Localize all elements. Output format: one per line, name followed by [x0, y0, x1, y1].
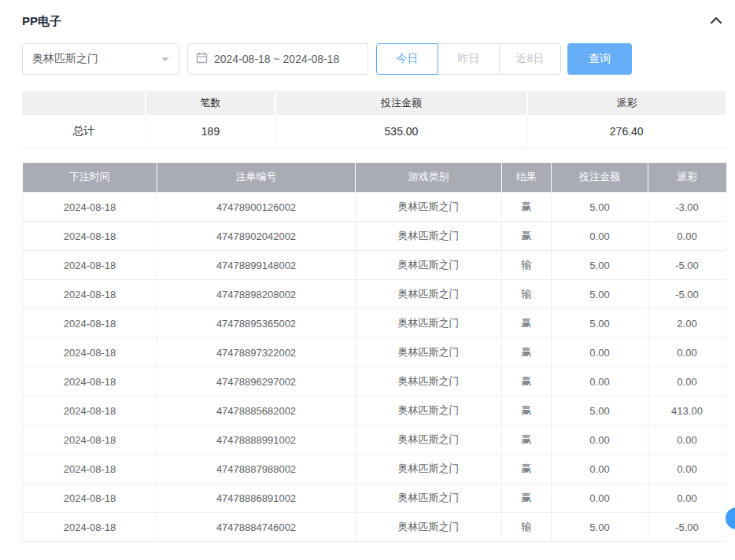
summary-total-row: 总计 189 535.00 276.40 — [22, 115, 726, 148]
summary-table: 笔数 投注金额 派彩 总计 189 535.00 276.40 — [22, 91, 726, 149]
cell-bet-time: 2024-08-18 — [23, 396, 157, 426]
col-order-no: 注单编号 — [157, 163, 356, 193]
date-range-picker[interactable]: 2024-08-18 ~ 2024-08-18 — [187, 43, 368, 75]
cell-order-no: 47478884746002 — [157, 513, 356, 542]
cell-game-type: 奥林匹斯之门 — [356, 396, 502, 426]
quick-filter-last8days[interactable]: 近8日 — [499, 43, 561, 75]
date-range-value: 2024-08-18 ~ 2024-08-18 — [214, 53, 339, 65]
table-row: 2024-08-18 47478896297002 奥林匹斯之门 赢 0.00 … — [23, 367, 726, 396]
cell-game-type: 奥林匹斯之门 — [356, 484, 502, 513]
cell-payout: 0.00 — [648, 222, 726, 251]
cell-payout: -3.00 — [648, 193, 726, 222]
page-title: PP电子 — [22, 14, 61, 29]
quick-filter-group: 今日 昨日 近8日 — [376, 43, 561, 75]
table-row: 2024-08-18 47478902042002 奥林匹斯之门 赢 0.00 … — [23, 222, 726, 251]
cell-payout: 0.00 — [648, 338, 726, 367]
col-game-type: 游戏类别 — [356, 163, 502, 193]
summary-total-count: 189 — [146, 115, 275, 148]
table-row: 2024-08-18 47478888991002 奥林匹斯之门 赢 0.00 … — [23, 426, 726, 455]
cell-order-no: 47478896297002 — [157, 367, 356, 396]
cell-bet-time: 2024-08-18 — [23, 222, 157, 251]
summary-header-count: 笔数 — [146, 91, 275, 115]
panel: PP电子 奥林匹斯之门 2024-08-18 ~ 2024-08-18 今日 昨… — [0, 0, 735, 542]
cell-bet-time: 2024-08-18 — [23, 455, 157, 484]
table-row: 2024-08-18 47478885682002 奥林匹斯之门 赢 5.00 … — [23, 396, 726, 426]
cell-payout: 2.00 — [648, 309, 726, 338]
cell-result: 赢 — [502, 193, 552, 222]
game-select[interactable]: 奥林匹斯之门 — [22, 43, 179, 75]
summary-header-bet-amount: 投注金额 — [275, 91, 527, 115]
cell-result: 赢 — [502, 367, 552, 396]
table-row: 2024-08-18 47478886891002 奥林匹斯之门 赢 0.00 … — [23, 484, 726, 513]
table-row: 2024-08-18 47478884746002 奥林匹斯之门 输 5.00 … — [23, 513, 726, 542]
cell-bet-amount: 0.00 — [552, 338, 648, 367]
cell-bet-amount: 0.00 — [552, 455, 648, 484]
cell-bet-time: 2024-08-18 — [23, 367, 157, 396]
cell-result: 赢 — [502, 484, 552, 513]
table-row: 2024-08-18 47478895365002 奥林匹斯之门 赢 5.00 … — [23, 309, 726, 338]
cell-bet-amount: 5.00 — [552, 513, 648, 542]
cell-order-no: 47478885682002 — [157, 396, 356, 426]
table-row: 2024-08-18 47478898208002 奥林匹斯之门 输 5.00 … — [23, 280, 726, 309]
cell-payout: 0.00 — [648, 484, 726, 513]
filter-bar: 奥林匹斯之门 2024-08-18 ~ 2024-08-18 今日 昨日 近8日… — [22, 43, 726, 75]
collapse-button[interactable] — [707, 12, 726, 31]
cell-bet-amount: 5.00 — [552, 280, 648, 309]
cell-payout: 0.00 — [648, 455, 726, 484]
table-row: 2024-08-18 47478897322002 奥林匹斯之门 赢 0.00 … — [23, 338, 726, 367]
cell-order-no: 47478895365002 — [157, 309, 356, 338]
cell-bet-time: 2024-08-18 — [23, 193, 157, 222]
cell-result: 输 — [502, 513, 552, 542]
game-select-value: 奥林匹斯之门 — [32, 52, 98, 66]
cell-bet-time: 2024-08-18 — [23, 309, 157, 338]
cell-bet-time: 2024-08-18 — [23, 484, 157, 513]
cell-result: 输 — [502, 251, 552, 280]
cell-payout: -5.00 — [648, 251, 726, 280]
cell-order-no: 47478887988002 — [157, 455, 356, 484]
cell-bet-amount: 0.00 — [552, 367, 648, 396]
chevron-up-icon — [710, 14, 722, 28]
cell-payout: -5.00 — [648, 280, 726, 309]
panel-header: PP电子 — [22, 11, 726, 31]
cell-game-type: 奥林匹斯之门 — [356, 280, 502, 309]
cell-bet-time: 2024-08-18 — [23, 513, 157, 542]
summary-total-label: 总计 — [22, 115, 146, 148]
summary-total-bet-amount: 535.00 — [275, 115, 527, 148]
cell-game-type: 奥林匹斯之门 — [356, 222, 502, 251]
summary-header-row: 笔数 投注金额 派彩 — [22, 91, 726, 115]
cell-game-type: 奥林匹斯之门 — [356, 251, 502, 280]
summary-total-payout: 276.40 — [527, 115, 726, 148]
cell-bet-time: 2024-08-18 — [23, 280, 157, 309]
cell-order-no: 47478900126002 — [157, 193, 356, 222]
cell-bet-time: 2024-08-18 — [23, 251, 157, 280]
table-row: 2024-08-18 47478899148002 奥林匹斯之门 输 5.00 … — [23, 251, 726, 280]
bet-table: 下注时间 注单编号 游戏类别 结果 投注金额 派彩 2024-08-18 474… — [22, 163, 726, 543]
cell-order-no: 47478899148002 — [157, 251, 356, 280]
cell-game-type: 奥林匹斯之门 — [356, 513, 502, 542]
cell-result: 赢 — [502, 426, 552, 455]
bet-table-header-row: 下注时间 注单编号 游戏类别 结果 投注金额 派彩 — [23, 163, 726, 193]
cell-bet-amount: 5.00 — [552, 193, 648, 222]
cell-game-type: 奥林匹斯之门 — [356, 426, 502, 455]
bet-table-body: 2024-08-18 47478900126002 奥林匹斯之门 赢 5.00 … — [23, 193, 726, 542]
cell-game-type: 奥林匹斯之门 — [356, 309, 502, 338]
cell-bet-amount: 5.00 — [552, 251, 648, 280]
cell-order-no: 47478898208002 — [157, 280, 356, 309]
quick-filter-today[interactable]: 今日 — [376, 43, 438, 75]
quick-filter-yesterday[interactable]: 昨日 — [438, 43, 500, 75]
cell-order-no: 47478888991002 — [157, 426, 356, 455]
table-row: 2024-08-18 47478887988002 奥林匹斯之门 赢 0.00 … — [23, 455, 726, 484]
cell-game-type: 奥林匹斯之门 — [356, 338, 502, 367]
cell-bet-time: 2024-08-18 — [23, 338, 157, 367]
cell-payout: 0.00 — [648, 367, 726, 396]
query-button[interactable]: 查询 — [567, 43, 632, 75]
summary-header-payout: 派彩 — [527, 91, 726, 115]
cell-result: 赢 — [502, 455, 552, 484]
cell-order-no: 47478886891002 — [157, 484, 356, 513]
col-payout: 派彩 — [648, 163, 726, 193]
cell-game-type: 奥林匹斯之门 — [356, 367, 502, 396]
cell-bet-amount: 5.00 — [552, 309, 648, 338]
cell-bet-amount: 0.00 — [552, 484, 648, 513]
cell-bet-time: 2024-08-18 — [23, 426, 157, 455]
summary-header-blank — [22, 91, 146, 115]
